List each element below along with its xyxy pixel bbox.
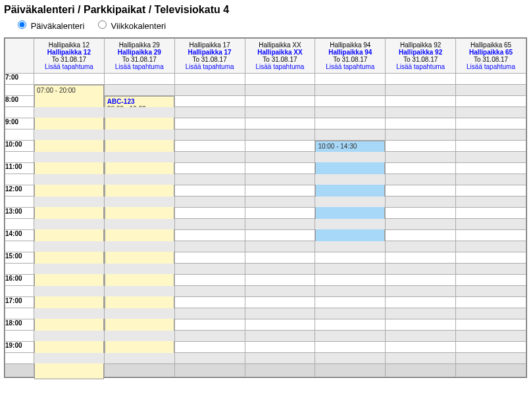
calendar-cell[interactable]	[104, 74, 174, 85]
calendar-cell[interactable]	[104, 264, 174, 275]
calendar-cell[interactable]	[104, 118, 174, 129]
calendar-cell[interactable]	[386, 252, 456, 264]
view-daily-option[interactable]: Päiväkalenteri	[14, 21, 87, 31]
calendar-cell[interactable]	[456, 141, 526, 152]
calendar-cell[interactable]	[245, 107, 315, 118]
calendar-cell[interactable]	[386, 331, 456, 342]
calendar-cell[interactable]	[174, 275, 245, 286]
calendar-cell[interactable]	[174, 185, 245, 197]
calendar-cell[interactable]	[174, 319, 245, 331]
calendar-cell[interactable]	[386, 74, 456, 85]
column-link[interactable]: Hallipaikka 29	[106, 49, 173, 56]
calendar-cell[interactable]	[34, 163, 105, 174]
calendar-cell[interactable]	[104, 152, 174, 163]
calendar-cell[interactable]	[456, 174, 526, 185]
calendar-cell[interactable]	[386, 319, 456, 331]
calendar-cell[interactable]	[104, 308, 174, 319]
calendar-cell[interactable]	[104, 230, 174, 241]
calendar-cell[interactable]	[245, 197, 315, 208]
calendar-cell[interactable]	[456, 129, 526, 141]
calendar-cell[interactable]	[456, 96, 526, 107]
calendar-cell[interactable]	[104, 185, 174, 197]
calendar-cell[interactable]	[315, 118, 386, 129]
calendar-cell[interactable]	[456, 286, 526, 297]
add-event-link[interactable]: Lisää tapahtuma	[176, 63, 243, 70]
calendar-cell[interactable]	[245, 163, 315, 174]
calendar-cell[interactable]	[34, 197, 105, 208]
calendar-cell[interactable]	[245, 152, 315, 163]
calendar-cell[interactable]	[34, 219, 105, 230]
calendar-cell[interactable]	[315, 152, 386, 163]
calendar-cell[interactable]	[245, 141, 315, 152]
calendar-cell[interactable]: ABC-12308:00 - 19:00	[104, 96, 174, 107]
calendar-cell[interactable]	[34, 353, 105, 364]
calendar-cell[interactable]	[386, 353, 456, 364]
calendar-cell[interactable]	[174, 129, 245, 141]
calendar-cell[interactable]	[315, 264, 386, 275]
calendar-cell[interactable]	[456, 185, 526, 197]
calendar-cell[interactable]	[315, 197, 386, 208]
calendar-cell[interactable]	[174, 118, 245, 129]
calendar-cell[interactable]	[386, 241, 456, 252]
calendar-cell[interactable]	[456, 74, 526, 85]
calendar-cell[interactable]	[315, 319, 386, 331]
calendar-cell[interactable]	[34, 319, 105, 331]
calendar-cell[interactable]	[315, 297, 386, 308]
calendar-cell[interactable]	[34, 129, 105, 141]
calendar-cell[interactable]	[174, 286, 245, 297]
calendar-cell[interactable]	[174, 107, 245, 118]
column-link[interactable]: Hallipaikka 94	[316, 49, 384, 56]
calendar-cell[interactable]	[456, 208, 526, 219]
calendar-cell[interactable]	[386, 342, 456, 353]
calendar-cell[interactable]	[245, 96, 315, 107]
calendar-cell[interactable]	[174, 297, 245, 308]
add-event-link[interactable]: Lisää tapahtuma	[316, 63, 384, 70]
calendar-cell[interactable]	[104, 197, 174, 208]
calendar-cell[interactable]	[245, 241, 315, 252]
calendar-cell[interactable]	[456, 85, 526, 96]
calendar-cell[interactable]	[174, 252, 245, 264]
calendar-cell[interactable]	[386, 163, 456, 174]
calendar-cell[interactable]	[315, 230, 386, 241]
calendar-cell[interactable]	[456, 297, 526, 308]
calendar-cell[interactable]	[245, 219, 315, 230]
calendar-cell[interactable]	[104, 208, 174, 219]
calendar-cell[interactable]	[174, 74, 245, 85]
view-daily-radio[interactable]	[18, 20, 26, 29]
calendar-cell[interactable]	[174, 141, 245, 152]
calendar-cell[interactable]	[174, 163, 245, 174]
calendar-cell[interactable]	[386, 197, 456, 208]
calendar-cell[interactable]	[456, 219, 526, 230]
calendar-cell[interactable]	[104, 219, 174, 230]
calendar-cell[interactable]	[386, 141, 456, 152]
calendar-cell[interactable]	[456, 342, 526, 353]
column-link[interactable]: Hallipaikka XX	[247, 49, 314, 56]
calendar-cell[interactable]	[104, 331, 174, 342]
calendar-cell[interactable]	[315, 129, 386, 141]
calendar-cell[interactable]	[315, 174, 386, 185]
calendar-cell[interactable]	[245, 331, 315, 342]
calendar-cell[interactable]	[245, 275, 315, 286]
calendar-cell[interactable]	[386, 174, 456, 185]
calendar-cell[interactable]	[315, 219, 386, 230]
calendar-cell[interactable]	[245, 264, 315, 275]
calendar-cell[interactable]	[245, 118, 315, 129]
add-event-link[interactable]: Lisää tapahtuma	[457, 63, 524, 70]
calendar-cell[interactable]	[245, 185, 315, 197]
calendar-cell[interactable]	[104, 163, 174, 174]
calendar-cell[interactable]	[34, 275, 105, 286]
calendar-cell[interactable]	[456, 241, 526, 252]
calendar-cell[interactable]	[386, 85, 456, 96]
calendar-cell[interactable]	[315, 85, 386, 96]
calendar-cell[interactable]	[386, 118, 456, 129]
calendar-cell[interactable]	[315, 241, 386, 252]
calendar-cell[interactable]	[104, 107, 174, 118]
calendar-cell[interactable]	[315, 74, 386, 85]
column-link[interactable]: Hallipaikka 65	[457, 49, 524, 56]
calendar-cell[interactable]	[456, 197, 526, 208]
calendar-cell[interactable]	[245, 342, 315, 353]
calendar-cell[interactable]	[315, 208, 386, 219]
calendar-cell[interactable]	[34, 264, 105, 275]
calendar-cell[interactable]: 10:00 - 14:30	[315, 141, 386, 152]
calendar-cell[interactable]	[174, 96, 245, 107]
